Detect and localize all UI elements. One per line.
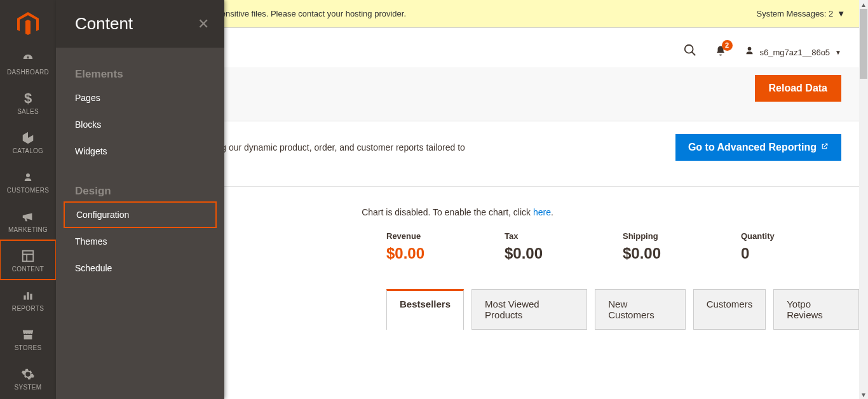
flyout-item-configuration[interactable]: Configuration xyxy=(64,201,217,228)
megaphone-icon xyxy=(21,208,35,225)
nav-marketing[interactable]: MARKETING xyxy=(0,201,56,240)
magento-logo-icon[interactable] xyxy=(17,11,39,37)
user-menu[interactable]: s6_mg7az1__86o5 ▼ xyxy=(744,45,842,59)
scroll-up-icon[interactable]: ▲ xyxy=(859,0,868,9)
notifications-button[interactable]: 2 xyxy=(715,45,726,60)
nav-reports[interactable]: REPORTS xyxy=(0,280,56,319)
flyout-item-schedule[interactable]: Schedule xyxy=(56,255,224,281)
nav-label: CATALOG xyxy=(13,147,43,154)
svg-rect-5 xyxy=(30,294,32,299)
chart-msg-prefix: Chart is disabled. To enable the chart, … xyxy=(362,207,533,217)
tab-customers[interactable]: Customers xyxy=(693,289,766,330)
nav-catalog[interactable]: CATALOG xyxy=(0,122,56,161)
scroll-down-icon[interactable]: ▼ xyxy=(859,390,868,399)
advanced-reporting-label: Go to Advanced Reporting xyxy=(688,142,817,153)
tab-bestsellers[interactable]: Bestsellers xyxy=(386,289,464,330)
stat-tax: Tax $0.00 xyxy=(505,231,623,262)
stat-label: Quantity xyxy=(741,231,859,241)
svg-rect-4 xyxy=(27,292,29,300)
dashboard-icon xyxy=(21,51,35,67)
chart-icon xyxy=(22,287,34,304)
chart-enable-link[interactable]: here xyxy=(533,207,551,217)
tab-yotpo-reviews[interactable]: Yotpo Reviews xyxy=(773,289,859,330)
system-messages-label: System Messages: 2 xyxy=(756,9,833,18)
nav-label: STORES xyxy=(15,344,42,351)
close-icon[interactable]: ✕ xyxy=(198,16,209,32)
box-icon xyxy=(21,130,35,146)
nav-label: SALES xyxy=(17,108,39,115)
flyout-item-widgets[interactable]: Widgets xyxy=(56,138,224,165)
store-icon xyxy=(21,327,35,343)
content-flyout: Content ✕ Elements Pages Blocks Widgets … xyxy=(56,0,224,399)
tab-new-customers[interactable]: New Customers xyxy=(595,289,685,330)
flyout-item-blocks[interactable]: Blocks xyxy=(56,111,224,138)
stat-value: $0.00 xyxy=(386,245,505,262)
chevron-down-icon: ▼ xyxy=(835,49,841,56)
stat-shipping: Shipping $0.00 xyxy=(623,231,741,262)
chart-msg-suffix: . xyxy=(551,207,553,217)
username-label: s6_mg7az1__86o5 xyxy=(760,48,831,57)
svg-point-6 xyxy=(684,45,693,53)
layout-icon xyxy=(21,248,35,264)
stat-label: Shipping xyxy=(623,231,741,241)
stat-revenue: Revenue $0.00 xyxy=(386,231,505,262)
flyout-header: Content ✕ xyxy=(56,0,224,48)
notification-badge: 2 xyxy=(722,40,733,51)
dollar-icon: $ xyxy=(24,90,32,107)
stats-row: Revenue $0.00 Tax $0.00 Shipping $0.00 Q… xyxy=(386,231,859,262)
gear-icon xyxy=(21,366,35,382)
advanced-reporting-button[interactable]: Go to Advanced Reporting xyxy=(675,134,841,161)
flyout-title: Content xyxy=(75,14,133,34)
svg-line-7 xyxy=(691,52,695,56)
person-icon xyxy=(22,169,34,186)
scrollbar[interactable]: ▲ ▼ xyxy=(859,0,868,399)
nav-label: CUSTOMERS xyxy=(7,187,49,194)
stat-label: Tax xyxy=(505,231,623,241)
search-icon[interactable] xyxy=(683,43,697,61)
scroll-thumb[interactable] xyxy=(860,9,867,79)
stat-value: $0.00 xyxy=(505,245,623,262)
nav-label: CONTENT xyxy=(12,266,44,273)
stat-label: Revenue xyxy=(386,231,505,241)
admin-sidebar: DASHBOARD $ SALES CATALOG CUSTOMERS MARK… xyxy=(0,0,56,399)
tab-most-viewed[interactable]: Most Viewed Products xyxy=(471,289,587,330)
nav-dashboard[interactable]: DASHBOARD xyxy=(0,43,56,83)
section-design-title: Design xyxy=(56,165,224,201)
nav-label: REPORTS xyxy=(12,305,44,312)
nav-label: MARKETING xyxy=(8,226,48,233)
stat-quantity: Quantity 0 xyxy=(741,231,859,262)
svg-rect-3 xyxy=(24,295,25,300)
user-icon xyxy=(744,45,755,59)
stat-value: $0.00 xyxy=(623,245,741,262)
nav-content[interactable]: CONTENT xyxy=(0,240,56,280)
reload-data-button[interactable]: Reload Data xyxy=(755,75,841,102)
svg-rect-0 xyxy=(23,250,34,261)
tabs-row: Bestsellers Most Viewed Products New Cus… xyxy=(386,289,859,330)
nav-system[interactable]: SYSTEM xyxy=(0,358,56,398)
external-link-icon xyxy=(820,142,829,152)
nav-label: SYSTEM xyxy=(15,384,42,391)
system-messages-toggle[interactable]: System Messages: 2 ▼ xyxy=(756,9,845,18)
nav-stores[interactable]: STORES xyxy=(0,319,56,358)
flyout-item-themes[interactable]: Themes xyxy=(56,228,224,255)
nav-customers[interactable]: CUSTOMERS xyxy=(0,161,56,201)
nav-label: DASHBOARD xyxy=(7,69,49,76)
flyout-item-pages[interactable]: Pages xyxy=(56,85,224,111)
section-elements-title: Elements xyxy=(56,48,224,85)
stat-value: 0 xyxy=(741,245,859,262)
nav-sales[interactable]: $ SALES xyxy=(0,83,56,122)
chevron-down-icon: ▼ xyxy=(837,9,845,18)
